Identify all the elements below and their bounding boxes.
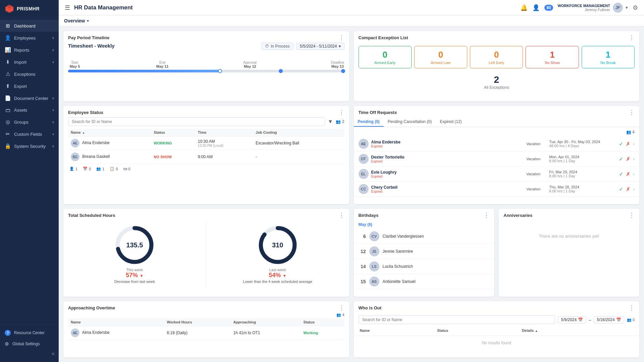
deny-button[interactable]: ✗	[626, 156, 630, 162]
deny-button[interactable]: ✗	[626, 141, 630, 147]
approve-button[interactable]: ✓	[619, 141, 623, 147]
time-off-title: Time Off Requests	[359, 110, 397, 115]
exception-no-show[interactable]: 1 No Show	[526, 46, 579, 68]
sidebar-item-assets[interactable]: 🗃 Assets ▾	[0, 104, 59, 116]
scheduled-hours-menu-button[interactable]: ⋮	[338, 212, 344, 218]
groups-icon: ◎	[5, 119, 11, 125]
collapse-sidebar-button[interactable]: «	[0, 349, 59, 359]
resource-center-link[interactable]: ? Resource Center	[0, 327, 59, 339]
global-settings-link[interactable]: ⚙ Global Settings	[0, 339, 59, 349]
employee-search-input[interactable]	[68, 117, 325, 126]
sidebar-item-import[interactable]: ⬇ Import ▾	[0, 56, 59, 68]
sidebar-item-system-security[interactable]: 🔒 System Security ▾	[0, 140, 59, 152]
sidebar-item-exceptions[interactable]: ⚠ Exceptions	[0, 68, 59, 80]
last-week-pct-label: Lower than the 4 week scheduled average	[210, 280, 346, 284]
exception-menu-button[interactable]: ⋮	[629, 35, 635, 41]
global-settings-label: Global Settings	[12, 342, 40, 346]
date-to-input[interactable]: 5/16/2024 📅	[594, 316, 624, 323]
timeline-dot-deadline[interactable]	[341, 69, 345, 73]
col-details: Details ▲	[521, 327, 635, 334]
last-week-value: 310	[272, 241, 283, 249]
col-job-costing: Job Costing	[253, 129, 344, 136]
tab-pending-cancellation[interactable]: Pending Cancellation (0)	[384, 117, 436, 127]
sidebar-item-label: Employees	[14, 36, 36, 41]
col-approaching: Approaching	[230, 318, 301, 326]
exception-no-break[interactable]: 1 No Break	[582, 46, 635, 68]
overtime-menu-button[interactable]: ⋮	[338, 305, 344, 311]
time-off-menu-button[interactable]: ⋮	[629, 109, 635, 115]
sidebar-item-document-center[interactable]: 📄 Document Center ▾	[0, 92, 59, 104]
view-button[interactable]: ›	[633, 186, 635, 192]
sidebar-item-employees[interactable]: 👤 Employees ▾	[0, 32, 59, 44]
sort-name-icon[interactable]: ▲	[82, 131, 85, 134]
filter-icon[interactable]: ▼	[328, 119, 333, 125]
deny-button[interactable]: ✗	[626, 186, 630, 192]
ot-status-cell: Working	[301, 326, 344, 340]
this-week-pct-label: Decrease from last week	[67, 280, 203, 284]
emp-name-cell: AE Alma Endersbe	[68, 136, 151, 150]
timeline-dot-start[interactable]	[218, 69, 222, 73]
birthdays-menu-button[interactable]: ⋮	[483, 212, 489, 218]
time-off-count-row: 👥 4	[354, 130, 640, 136]
date-separator: –	[589, 317, 591, 322]
user-info: WORKFORCE MANAGEMENT Jeremy Fullmer JF ▾	[558, 3, 628, 13]
employee-status-menu-button[interactable]: ⋮	[338, 109, 344, 115]
who-search-input[interactable]	[359, 315, 555, 324]
who-count: 👥 0	[627, 318, 635, 322]
time-off-row: DT Dexter Tortoriello Expired Vacation M…	[354, 152, 640, 167]
overview-caret-icon[interactable]: ▾	[87, 19, 89, 23]
hours-grid: 135.5 This week 57% ▼ Decrease from last…	[63, 220, 349, 288]
emp-name: Alma Endersbe	[82, 140, 110, 145]
hamburger-icon[interactable]: ☰	[65, 4, 70, 11]
avatar: AE	[71, 139, 79, 147]
timeline-dot-approval[interactable]	[279, 69, 283, 73]
approve-button[interactable]: ✓	[619, 186, 623, 192]
view-button[interactable]: ›	[633, 171, 635, 177]
avatar[interactable]: JF	[613, 3, 623, 13]
sidebar-item-dashboard[interactable]: ⊞ Dashboard	[0, 20, 59, 32]
exception-arrived-early[interactable]: 0 Arrived Early	[359, 46, 412, 68]
bday-anniv-container: Birthdays ⋮ May (6) 6 CV Claribel Vander…	[354, 209, 640, 297]
exception-arrived-late[interactable]: 0 Arrived Late	[414, 46, 467, 68]
approve-button[interactable]: ✓	[619, 171, 623, 177]
tab-pending[interactable]: Pending (0)	[354, 117, 384, 127]
user-settings-icon[interactable]: 👤	[532, 4, 540, 11]
user-menu-icon[interactable]: ▾	[626, 5, 628, 10]
timeline-progress	[68, 70, 220, 72]
approve-button[interactable]: ✓	[619, 156, 623, 162]
avatar: CC	[359, 184, 369, 194]
view-button[interactable]: ›	[633, 141, 635, 146]
footer-stat-cal: 📅 0	[83, 167, 91, 171]
no-results-message: No results found	[354, 336, 640, 350]
who-is-out-menu-button[interactable]: ⋮	[629, 305, 635, 311]
badge-button[interactable]: 80	[544, 5, 553, 10]
sidebar-item-groups[interactable]: ◎ Groups ▾	[0, 116, 59, 128]
group-count: 1	[102, 167, 104, 171]
sidebar-item-custom-fields[interactable]: ✏ Custom Fields ▾	[0, 128, 59, 140]
time-off-tabs: Pending (0) Pending Cancellation (0) Exp…	[354, 117, 640, 127]
date-from-input[interactable]: 5/9/2024 📅	[558, 316, 586, 323]
last-week-cell: 310 Last week 54% ▼ Lower than the 4 wee…	[206, 220, 349, 288]
sidebar-item-label: Groups	[14, 120, 29, 125]
deny-button[interactable]: ✗	[626, 171, 630, 177]
exception-left-early[interactable]: 0 Left Early	[470, 46, 523, 68]
tab-expired[interactable]: Expired (12)	[436, 117, 466, 127]
chevron-icon: ▾	[52, 60, 54, 64]
notifications-button[interactable]: 🔔	[520, 4, 528, 11]
time-off-row: AE Alma Endersbe Expired Vacation Tue, A…	[354, 136, 640, 152]
sidebar-item-export[interactable]: ⬆ Export	[0, 80, 59, 92]
sidebar-item-reports[interactable]: 📊 Reports ▾	[0, 44, 59, 56]
no-show-label: No Show	[528, 61, 576, 65]
no-break-count: 1	[584, 50, 632, 60]
status-badge: WORKING	[154, 141, 172, 145]
view-button[interactable]: ›	[633, 156, 635, 162]
bday-row: 15 AS Antionette Samuel	[354, 274, 494, 289]
last-week-label: Last week	[210, 268, 346, 272]
date-range-badge[interactable]: 5/5/2024 - 5/11/2024 ▾	[296, 43, 344, 50]
anniversaries-title: Anniversaries	[503, 213, 532, 218]
anniversaries-menu-button[interactable]: ⋮	[629, 212, 635, 218]
settings-icon[interactable]: ⚙	[633, 4, 638, 11]
exception-header: Compact Exception List ⋮	[354, 31, 640, 43]
pay-period-menu-button[interactable]: ⋮	[338, 35, 344, 41]
bday-row: 12 JS Jennie Santrmire	[354, 244, 494, 259]
